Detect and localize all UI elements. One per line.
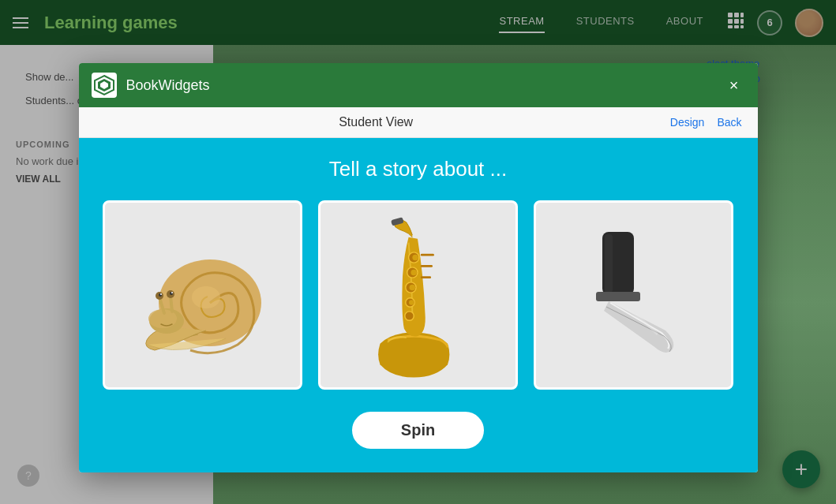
back-link[interactable]: Back	[717, 116, 741, 129]
modal-close-button[interactable]: ×	[723, 74, 745, 96]
svg-point-23	[171, 292, 173, 293]
modal-overlay: BookWidgets × Student View Design Back T…	[0, 0, 836, 504]
card-saxophone[interactable]	[318, 200, 518, 390]
svg-point-13	[192, 286, 220, 308]
knife-image	[555, 216, 713, 374]
svg-rect-37	[421, 276, 431, 278]
svg-line-17	[171, 296, 172, 312]
bookwidgets-modal: BookWidgets × Student View Design Back T…	[79, 63, 758, 472]
modal-header: BookWidgets ×	[79, 63, 758, 107]
card-knife[interactable]	[534, 200, 733, 390]
svg-point-22	[160, 293, 162, 295]
modal-brand-name: BookWidgets	[126, 77, 714, 94]
design-link[interactable]: Design	[670, 116, 705, 129]
student-view-label: Student View	[95, 115, 658, 129]
svg-point-29	[411, 270, 418, 276]
svg-point-31	[410, 285, 416, 291]
spin-button-container: Spin	[103, 412, 734, 449]
svg-point-33	[410, 300, 415, 305]
svg-rect-36	[421, 265, 433, 267]
svg-rect-39	[605, 234, 613, 293]
modal-toolbar: Student View Design Back	[79, 107, 758, 138]
image-cards-row	[103, 200, 734, 390]
svg-point-27	[413, 255, 419, 261]
spin-button[interactable]: Spin	[352, 412, 484, 449]
modal-main-content: Tell a story about ...	[79, 138, 758, 472]
card-snail[interactable]	[103, 200, 302, 390]
snail-image	[123, 228, 281, 362]
story-prompt-title: Tell a story about ...	[103, 157, 734, 181]
svg-point-34	[405, 312, 414, 320]
bookwidgets-logo	[92, 73, 117, 98]
logo-icon	[93, 74, 115, 96]
saxophone-image	[343, 212, 493, 378]
svg-rect-40	[596, 292, 640, 301]
svg-rect-35	[421, 254, 434, 256]
